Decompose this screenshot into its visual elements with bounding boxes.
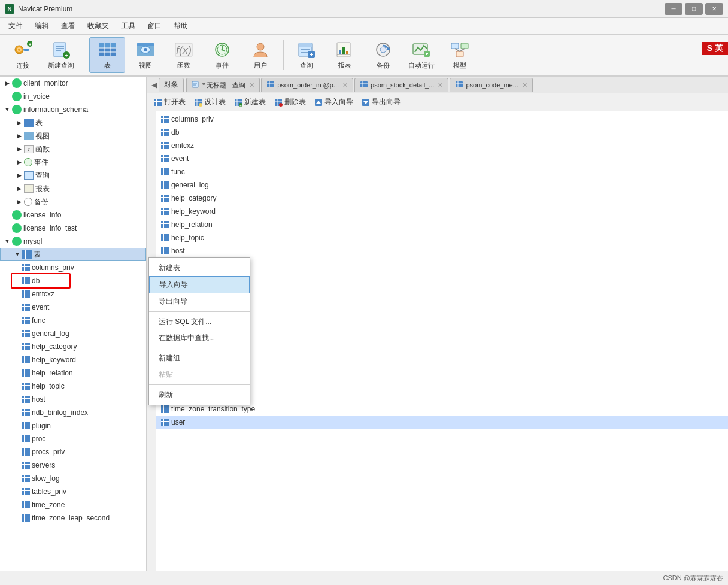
arrow-icon: ▼ <box>2 105 12 114</box>
tab-psom-order[interactable]: psom_order_in @p... ✕ <box>261 78 353 92</box>
tab-close[interactable]: ✕ <box>249 81 254 89</box>
ctx-run-sql[interactable]: 运行 SQL 文件... <box>149 314 250 330</box>
toolbar-auto-run[interactable]: 自动运行 <box>404 37 439 73</box>
tab-close[interactable]: ✕ <box>522 81 527 89</box>
arrow-icon <box>2 210 12 220</box>
toolbar-report[interactable]: 报表 <box>327 37 363 73</box>
tab-close[interactable]: ✕ <box>438 81 443 89</box>
obj-func[interactable]: func <box>156 165 728 178</box>
toolbar-function[interactable]: f(x) 函数 <box>166 37 202 73</box>
obj-help-relation[interactable]: help_relation <box>156 218 728 231</box>
maximize-btn[interactable]: □ <box>685 3 703 15</box>
obj-columns-priv[interactable]: columns_priv <box>156 113 728 126</box>
sidebar-item-mysql[interactable]: ▼ mysql <box>0 235 146 248</box>
toolbar-new-query[interactable]: + 新建查询 <box>43 37 79 73</box>
sidebar-item-info-report[interactable]: ▶ 报表 <box>0 182 146 195</box>
sidebar-item-time-zone[interactable]: time_zone <box>0 498 146 511</box>
table-icon <box>22 422 30 429</box>
toolbar-model[interactable]: 模型 <box>442 37 478 73</box>
sidebar-item-in-voice[interactable]: in_voice <box>0 90 146 103</box>
btn-delete-table[interactable]: − 删除表 <box>271 96 310 109</box>
ctx-new-group[interactable]: 新建组 <box>149 350 250 366</box>
sidebar-item-help-category[interactable]: help_category <box>0 340 146 353</box>
app-icon: N <box>5 4 14 14</box>
btn-design-table[interactable]: 设计表 <box>190 96 229 109</box>
sidebar-item-columns-priv[interactable]: columns_priv <box>0 261 146 274</box>
toolbar-view[interactable]: 视图 <box>128 37 163 73</box>
btn-new-table[interactable]: + 新建表 <box>230 96 269 109</box>
sidebar-item-slow-log[interactable]: slow_log <box>0 472 146 485</box>
sidebar-item-info-table[interactable]: ▶ 表 <box>0 116 146 129</box>
sidebar-item-proc[interactable]: proc <box>0 432 146 445</box>
sidebar-item-servers[interactable]: servers <box>0 459 146 472</box>
table-icon <box>161 405 169 413</box>
object-tab-label[interactable]: 对象 <box>164 80 178 90</box>
obj-general-log[interactable]: general_log <box>156 178 728 192</box>
menu-favorites[interactable]: 收藏夹 <box>81 19 115 33</box>
menu-view[interactable]: 查看 <box>55 19 81 33</box>
sidebar-item-license-info-test[interactable]: license_info_test <box>0 222 146 235</box>
tab-close[interactable]: ✕ <box>342 81 348 89</box>
toolbar-backup[interactable]: 备份 <box>365 37 401 73</box>
btn-import-wizard[interactable]: 导入向导 <box>311 96 357 109</box>
menu-edit[interactable]: 编辑 <box>29 19 55 33</box>
sidebar-item-info-func[interactable]: ▶ f 函数 <box>0 143 146 156</box>
sidebar-item-help-topic[interactable]: help_topic <box>0 380 146 393</box>
tab-psom-code[interactable]: psom_code_me... ✕ <box>450 78 532 92</box>
obj-user[interactable]: user <box>156 416 728 429</box>
sidebar-item-ndb-binlog[interactable]: ndb_binlog_index <box>0 406 146 419</box>
obj-help-category[interactable]: help_category <box>156 192 728 205</box>
sidebar-item-db[interactable]: db <box>0 274 146 287</box>
sidebar-label: time_zone <box>32 501 65 509</box>
ctx-new-table[interactable]: 新建表 <box>149 260 250 276</box>
sidebar-item-info-event[interactable]: ▶ 事件 <box>0 156 146 169</box>
tab-left-arrow[interactable]: ◀ <box>149 78 159 92</box>
ctx-find-in-db[interactable]: 在数据库中查找... <box>149 330 250 346</box>
menu-tools[interactable]: 工具 <box>115 19 141 33</box>
sidebar-item-time-zone-leap[interactable]: time_zone_leap_second <box>0 511 146 525</box>
sidebar-item-information-schema[interactable]: ▼ information_schema <box>0 103 146 116</box>
sidebar-item-plugin[interactable]: plugin <box>0 419 146 432</box>
sidebar-item-info-view[interactable]: ▶ 视图 <box>0 129 146 143</box>
obj-help-topic[interactable]: help_topic <box>156 231 728 244</box>
toolbar-user[interactable]: 用户 <box>242 37 278 73</box>
sidebar-item-tables-priv[interactable]: tables_priv <box>0 485 146 498</box>
menu-help[interactable]: 帮助 <box>168 19 194 33</box>
sidebar-item-client-monitor[interactable]: ▶ client_monitor <box>0 77 146 90</box>
obj-help-keyword[interactable]: help_keyword <box>156 205 728 218</box>
obj-host[interactable]: host <box>156 244 728 257</box>
close-btn[interactable]: ✕ <box>705 3 723 15</box>
sidebar-item-license-info[interactable]: license_info <box>0 208 146 222</box>
sidebar-item-info-backup[interactable]: ▶ 备份 <box>0 195 146 208</box>
toolbar-connect[interactable]: + 连接 <box>5 37 41 73</box>
sidebar-label: help_topic <box>32 382 65 390</box>
ctx-import-wizard[interactable]: 导入向导 <box>149 276 250 293</box>
toolbar-table[interactable]: 表 <box>89 37 125 73</box>
ctx-refresh[interactable]: 刷新 <box>149 387 250 403</box>
minimize-btn[interactable]: ─ <box>665 3 682 15</box>
ctx-export-wizard[interactable]: 导出向导 <box>149 293 250 310</box>
sidebar-item-help-relation[interactable]: help_relation <box>0 366 146 380</box>
sidebar-item-procs-priv[interactable]: procs_priv <box>0 445 146 459</box>
svg-rect-54 <box>192 81 198 87</box>
tab-untitled-query[interactable]: * 无标题 - 查询 ✕ <box>186 78 260 92</box>
obj-db[interactable]: db <box>156 126 728 139</box>
toolbar-event[interactable]: 事件 <box>204 37 240 73</box>
menu-window[interactable]: 窗口 <box>141 19 168 33</box>
obj-event[interactable]: event <box>156 152 728 165</box>
obj-emtcxz[interactable]: emtcxz <box>156 139 728 152</box>
btn-export-wizard[interactable]: 导出向导 <box>358 96 404 109</box>
sidebar-item-func[interactable]: func <box>0 314 146 327</box>
tab-psom-stock[interactable]: psom_stock_detail_... ✕ <box>354 78 448 92</box>
sidebar-item-general-log[interactable]: general_log <box>0 327 146 340</box>
sidebar-item-help-keyword[interactable]: help_keyword <box>0 353 146 366</box>
btn-open-table[interactable]: 打开表 <box>150 96 189 109</box>
sidebar-item-mysql-table[interactable]: ▼ 表 <box>0 248 146 261</box>
sidebar-item-host[interactable]: host <box>0 393 146 406</box>
menu-file[interactable]: 文件 <box>2 19 29 33</box>
toolbar-query[interactable]: 查询 <box>289 37 324 73</box>
toolbar-table-label: 表 <box>104 61 111 70</box>
sidebar-item-info-query[interactable]: ▶ 查询 <box>0 169 146 182</box>
sidebar-item-emtcxz[interactable]: emtcxz <box>0 287 146 301</box>
sidebar-item-event[interactable]: event <box>0 301 146 314</box>
